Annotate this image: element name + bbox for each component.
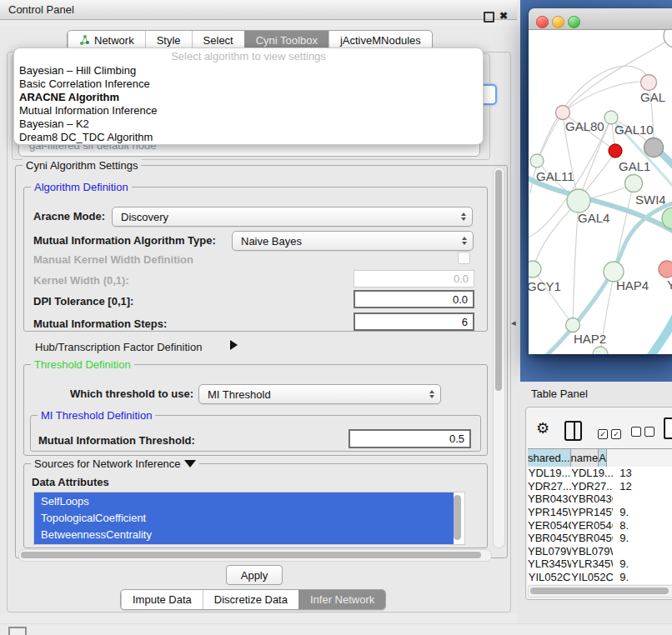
cyni-settings-title: Cyni Algorithm Settings bbox=[23, 159, 141, 172]
table-hscrollbar-thumb[interactable] bbox=[530, 588, 669, 594]
bottom-strip bbox=[0, 623, 672, 635]
algorithm-select-popup: Select algorithm to view settings Bayesi… bbox=[13, 48, 484, 145]
mi-threshold-title: MI Threshold Definition bbox=[38, 409, 155, 422]
network-node[interactable] bbox=[566, 318, 580, 332]
panel-resize-arrow-icon[interactable]: ◂ bbox=[511, 318, 516, 328]
mi-type-value: Naive Bayes bbox=[241, 235, 302, 248]
network-icon bbox=[79, 35, 90, 46]
aracne-mode-label: Aracne Mode: bbox=[33, 210, 105, 222]
mi-threshold-label: Mutual Information Threshold: bbox=[38, 434, 195, 447]
algorithm-option[interactable]: Basic Correlation Inference bbox=[14, 78, 483, 91]
combo-arrows-icon bbox=[461, 212, 466, 221]
zoom-traffic-light[interactable] bbox=[568, 16, 580, 28]
float-window-icon[interactable] bbox=[484, 12, 494, 22]
manual-kernel-checkbox[interactable] bbox=[458, 252, 470, 264]
network-canvas[interactable]: GALGAL80GAL10GAL1GAL11SWI4GAL4GCY1HAP4YH… bbox=[529, 30, 672, 354]
tab[interactable]: Discretize Data bbox=[203, 590, 298, 609]
select-all-checkboxes-icon[interactable]: ✓✓ bbox=[598, 425, 624, 440]
algorithm-list: Bayesian – Hill ClimbingBasic Correlatio… bbox=[14, 64, 483, 144]
settings-hscrollbar-thumb[interactable] bbox=[21, 552, 481, 558]
algorithm-option[interactable]: ARACNE Algorithm bbox=[14, 91, 483, 104]
table-row[interactable]: YBL079W YBL079W bbox=[528, 545, 672, 558]
mi-steps-field[interactable]: 6 bbox=[354, 312, 474, 331]
settings-hscrollbar-track[interactable] bbox=[18, 549, 492, 562]
control-panel-titlebar: Control Panel bbox=[0, 0, 517, 20]
network-edge[interactable] bbox=[650, 313, 672, 354]
which-threshold-combo[interactable]: MI Threshold bbox=[198, 384, 441, 404]
table-row[interactable]: YBR045C YBR045C 9. bbox=[528, 532, 672, 545]
column-header[interactable]: shared... bbox=[528, 449, 571, 468]
table-row[interactable]: YLR345W YLR345W 9. bbox=[528, 558, 672, 571]
attribute-item[interactable]: TopologicalCoefficient bbox=[34, 509, 454, 526]
kernel-width-label: Kernel Width (0,1): bbox=[33, 274, 129, 287]
table-row[interactable]: YER054C YER054C 8. bbox=[528, 518, 672, 532]
minimized-panel-icon[interactable] bbox=[8, 627, 27, 635]
kernel-width-field[interactable]: 0.0 bbox=[354, 270, 474, 288]
network-node[interactable] bbox=[593, 347, 608, 354]
table-panel-title: Table Panel bbox=[531, 388, 588, 400]
table-row[interactable]: YDL19... YDL19... 13 bbox=[528, 467, 672, 480]
file-icon[interactable] bbox=[664, 418, 672, 439]
mi-type-combo[interactable]: Naive Bayes bbox=[232, 231, 474, 251]
network-edge[interactable] bbox=[564, 82, 650, 112]
network-node[interactable] bbox=[644, 138, 664, 158]
table-body: YDL19... YDL19... 13 YDR27... YDR27... 1… bbox=[528, 467, 672, 584]
hub-definition-label: Hub/Transcription Factor Definition bbox=[35, 341, 202, 353]
settings-gear-icon[interactable]: ⚙ bbox=[536, 419, 549, 438]
dpi-tolerance-field[interactable]: 0.0 bbox=[354, 290, 474, 308]
network-node-label: GAL4 bbox=[578, 211, 609, 225]
algorithm-definition-title: Algorithm Definition bbox=[31, 181, 132, 193]
minimize-traffic-light[interactable] bbox=[552, 16, 564, 28]
data-attributes-list: SelfLoopsTopologicalCoefficientBetweenne… bbox=[33, 492, 465, 545]
network-node[interactable] bbox=[567, 189, 590, 212]
popup-hint: Select algorithm to view settings bbox=[14, 50, 483, 64]
close-traffic-light[interactable] bbox=[536, 16, 549, 28]
expand-arrow-icon[interactable] bbox=[230, 340, 238, 350]
attribute-item[interactable]: SelfLoops bbox=[34, 492, 454, 509]
mi-threshold-field[interactable]: 0.5 bbox=[349, 429, 471, 448]
clear-all-checkboxes-icon[interactable] bbox=[631, 425, 658, 440]
network-node[interactable] bbox=[529, 261, 541, 278]
table-hscrollbar-track[interactable] bbox=[528, 585, 672, 598]
network-node[interactable] bbox=[530, 154, 544, 168]
algorithm-option[interactable]: Bayesian – Hill Climbing bbox=[14, 64, 483, 78]
tab-label: jActiveMNodules bbox=[340, 34, 421, 47]
network-node-label: SWI4 bbox=[635, 192, 666, 207]
network-node[interactable] bbox=[556, 106, 570, 120]
algorithm-option[interactable]: Bayesian – K2 bbox=[14, 118, 483, 131]
tab[interactable]: Infer Network bbox=[298, 590, 385, 609]
algorithm-option[interactable]: Mutual Information Inference bbox=[14, 104, 483, 118]
network-node-label: GAL10 bbox=[614, 122, 654, 137]
network-node[interactable] bbox=[641, 75, 657, 91]
attribute-list-scrollbar[interactable] bbox=[454, 495, 461, 540]
table-row[interactable]: YBR043C YBR043C bbox=[528, 492, 672, 506]
split-columns-icon[interactable] bbox=[564, 421, 582, 441]
settings-vscrollbar-track[interactable] bbox=[493, 167, 505, 548]
network-edge[interactable] bbox=[538, 114, 562, 161]
column-header[interactable]: name bbox=[571, 449, 599, 468]
table-row[interactable]: YPR145W YPR145W 9. bbox=[528, 506, 672, 519]
combo-arrows-icon bbox=[462, 237, 467, 245]
network-node[interactable] bbox=[625, 175, 643, 192]
column-header[interactable]: A bbox=[599, 449, 607, 468]
network-node[interactable] bbox=[659, 261, 672, 278]
network-node[interactable] bbox=[609, 144, 622, 158]
collapse-arrow-icon[interactable] bbox=[184, 460, 196, 468]
algorithm-option[interactable]: Dream8 DC_TDC Algorithm bbox=[14, 131, 483, 144]
mi-steps-label: Mutual Information Steps: bbox=[33, 318, 167, 330]
aracne-mode-value: Discovery bbox=[121, 211, 168, 223]
network-window-titlebar[interactable] bbox=[529, 8, 672, 30]
close-window-icon[interactable]: ✖ bbox=[499, 10, 508, 22]
tab[interactable]: Impute Data bbox=[121, 590, 203, 609]
settings-vscrollbar-thumb[interactable] bbox=[495, 170, 502, 391]
tab-label: Network bbox=[94, 34, 134, 47]
table-row[interactable]: YIL052C YIL052C 9. bbox=[528, 571, 672, 584]
network-edge[interactable] bbox=[614, 185, 633, 270]
attribute-item[interactable]: gal4RGexp bbox=[34, 542, 454, 545]
table-row[interactable]: YDR27... YDR27... 12 bbox=[528, 480, 672, 493]
attribute-item[interactable]: BetweennessCentrality bbox=[34, 526, 454, 542]
aracne-mode-combo[interactable]: Discovery bbox=[112, 207, 473, 227]
network-edge[interactable] bbox=[534, 270, 572, 323]
apply-button[interactable]: Apply bbox=[226, 565, 283, 585]
network-node[interactable] bbox=[664, 30, 672, 48]
